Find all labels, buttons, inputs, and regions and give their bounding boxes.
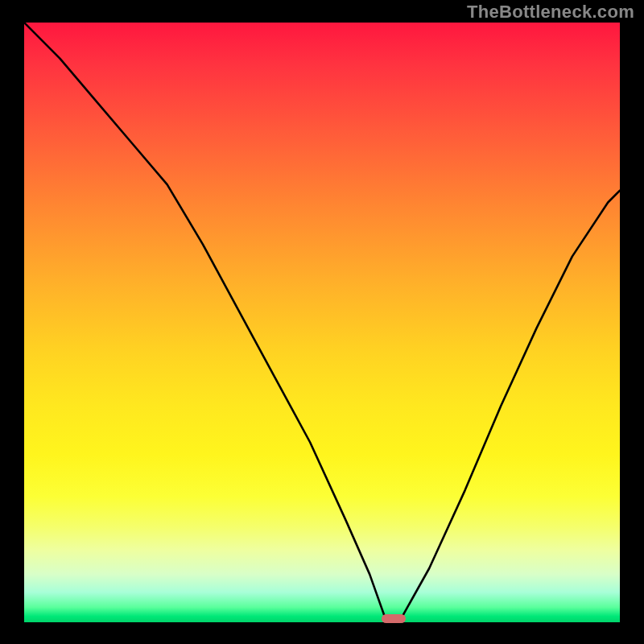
curve-svg (24, 23, 620, 622)
optimum-marker (382, 614, 406, 624)
chart-frame: TheBottleneck.com (0, 0, 644, 644)
bottleneck-curve (24, 23, 620, 617)
plot-area (24, 23, 620, 622)
watermark-text: TheBottleneck.com (467, 2, 634, 23)
